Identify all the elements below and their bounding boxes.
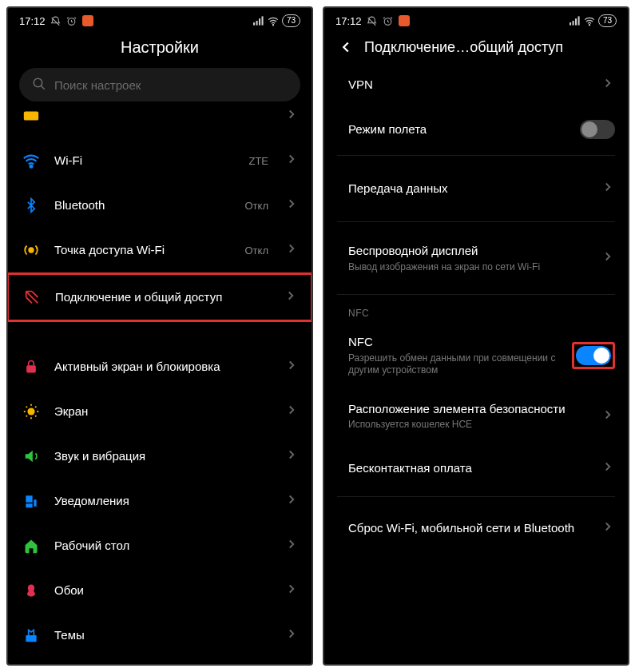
page-title: Подключение…общий доступ	[364, 39, 615, 56]
wallpaper-icon	[21, 580, 42, 601]
chevron-right-icon	[284, 358, 299, 376]
row-data[interactable]: Передача данных	[324, 159, 628, 218]
row-pay[interactable]: Бесконтактная оплата	[324, 443, 628, 493]
signal-icon	[253, 15, 264, 26]
row-sim[interactable]	[8, 109, 312, 138]
highlight-sharing: Подключение и общий доступ	[8, 272, 312, 322]
chevron-right-icon	[284, 492, 299, 510]
chevron-right-icon	[601, 180, 615, 197]
row-nfc[interactable]: NFC Разрешить обмен данными при совмещен…	[324, 322, 628, 389]
dnd-icon	[50, 15, 62, 26]
hotspot-icon	[21, 240, 42, 260]
search-icon	[32, 77, 46, 93]
svg-rect-15	[572, 21, 574, 26]
svg-rect-12	[26, 635, 36, 642]
row-airplane[interactable]: Режим полета	[324, 107, 628, 152]
chevron-right-icon	[284, 197, 299, 214]
phone-right: 17:12 73 Подключение…общий доступ VPN Ре…	[323, 6, 629, 666]
settings-list: Wi-Fi ZTE Bluetooth Откл Точка доступа W…	[8, 109, 312, 664]
row-wallpaper[interactable]: Обои	[8, 568, 312, 613]
svg-point-8	[30, 165, 33, 168]
chevron-right-icon	[601, 459, 615, 477]
wifi-status-icon	[268, 15, 279, 26]
row-secure-element[interactable]: Расположение элемента безопасности Испол…	[324, 389, 628, 443]
status-time: 17:12	[335, 15, 362, 27]
divider	[337, 155, 615, 156]
alarm-icon	[383, 15, 394, 26]
chevron-right-icon	[601, 76, 615, 93]
divider	[337, 496, 615, 497]
brightness-icon	[21, 401, 42, 422]
wifi-value: ZTE	[248, 155, 268, 167]
svg-rect-16	[575, 18, 577, 25]
dnd-icon	[367, 15, 378, 26]
chevron-right-icon	[284, 288, 298, 306]
row-themes[interactable]: Темы	[8, 613, 312, 658]
section-nfc: NFC	[324, 298, 628, 322]
chevron-right-icon	[284, 447, 299, 465]
sim-icon	[21, 109, 42, 126]
divider	[337, 294, 615, 295]
hotspot-value: Откл	[245, 245, 269, 256]
alarm-icon	[66, 15, 77, 26]
chevron-right-icon	[284, 537, 299, 555]
status-time: 17:12	[19, 15, 46, 27]
row-lock[interactable]: Активный экран и блокировка	[8, 344, 312, 389]
chevron-right-icon	[601, 249, 615, 267]
svg-rect-3	[259, 18, 260, 25]
row-bluetooth[interactable]: Bluetooth Откл	[8, 183, 312, 228]
search-placeholder: Поиск настроек	[54, 78, 141, 92]
chevron-right-icon	[284, 152, 299, 169]
bluetooth-value: Откл	[245, 200, 269, 212]
row-sound[interactable]: Звук и вибрация	[8, 434, 312, 479]
home-icon	[21, 535, 42, 556]
airplane-toggle[interactable]	[580, 120, 615, 139]
svg-rect-10	[26, 365, 36, 372]
sharing-icon	[22, 287, 42, 308]
svg-rect-2	[256, 21, 257, 26]
themes-icon	[21, 625, 42, 646]
row-reset[interactable]: Сброс Wi-Fi, мобильной сети и Bluetooth	[324, 500, 628, 549]
row-notifications[interactable]: Уведомления	[8, 479, 312, 523]
highlight-nfc-toggle	[572, 342, 615, 369]
search-input[interactable]: Поиск настроек	[19, 68, 300, 101]
row-home[interactable]: Рабочий стол	[8, 523, 312, 568]
wifi-status-icon	[584, 15, 595, 26]
sound-icon	[21, 446, 42, 467]
status-bar: 17:12 73	[324, 8, 628, 30]
svg-point-6	[34, 78, 42, 87]
chevron-right-icon	[284, 109, 299, 125]
svg-rect-1	[253, 22, 255, 26]
chevron-right-icon	[284, 241, 299, 259]
svg-rect-17	[577, 16, 579, 25]
row-sharing[interactable]: Подключение и общий доступ	[9, 275, 311, 320]
row-display[interactable]: Экран	[8, 389, 312, 434]
chevron-right-icon	[284, 403, 299, 420]
chevron-right-icon	[284, 626, 299, 644]
sharing-list: VPN Режим полета Передача данных Беспров…	[324, 62, 628, 664]
svg-point-11	[27, 408, 34, 415]
signal-icon	[570, 15, 581, 26]
row-wifi[interactable]: Wi-Fi ZTE	[8, 138, 312, 183]
row-hotspot[interactable]: Точка доступа Wi-Fi Откл	[8, 228, 312, 272]
svg-point-9	[29, 248, 34, 252]
row-cast[interactable]: Беспроводной дисплей Вывод изображения н…	[324, 225, 628, 291]
svg-point-18	[589, 24, 589, 25]
battery-indicator: 73	[598, 14, 617, 27]
bluetooth-icon	[21, 195, 42, 216]
app-badge-icon	[82, 15, 93, 26]
row-vpn[interactable]: VPN	[324, 62, 628, 107]
back-button[interactable]	[337, 38, 355, 56]
chevron-right-icon	[601, 519, 615, 537]
app-badge-icon	[399, 15, 410, 26]
svg-rect-14	[570, 22, 571, 26]
nfc-toggle[interactable]	[576, 346, 611, 365]
chevron-right-icon	[601, 408, 615, 425]
svg-rect-4	[261, 16, 263, 25]
battery-indicator: 73	[282, 14, 300, 27]
wifi-icon	[21, 150, 42, 171]
svg-rect-7	[24, 112, 38, 121]
lock-icon	[21, 356, 42, 377]
phone-left: 17:12 73 Настройки Поиск настроек	[6, 6, 313, 666]
status-bar: 17:12 73	[8, 8, 312, 30]
